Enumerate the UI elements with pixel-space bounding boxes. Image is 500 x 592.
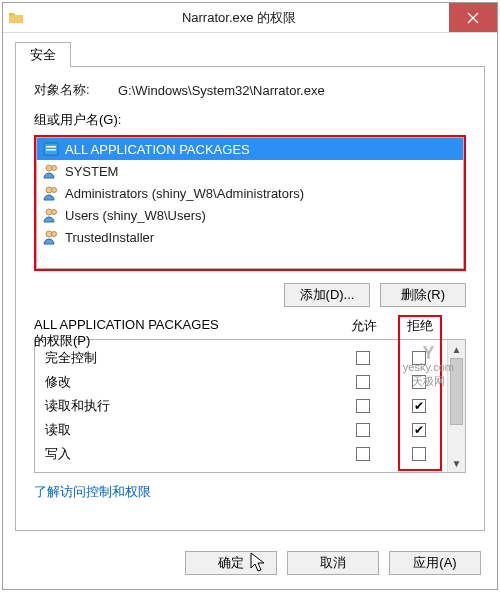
svg-rect-1 (46, 146, 56, 148)
window-title: Narrator.exe 的权限 (29, 3, 449, 32)
deny-checkbox[interactable] (412, 423, 426, 437)
user-list-item-label: ALL APPLICATION PACKAGES (65, 142, 250, 157)
object-name-row: 对象名称: G:\Windows\System32\Narrator.exe (34, 81, 466, 99)
user-list-item-label: TrustedInstaller (65, 230, 154, 245)
object-name-label: 对象名称: (34, 81, 118, 99)
scroll-thumb[interactable] (450, 358, 463, 425)
column-header-deny: 拒绝 (392, 317, 448, 335)
user-list-item-label: SYSTEM (65, 164, 118, 179)
allow-checkbox[interactable] (356, 447, 370, 461)
svg-point-8 (52, 210, 57, 215)
folder-icon (3, 3, 29, 32)
dialog-footer: 确定 取消 应用(A) (3, 541, 497, 589)
permission-row: 完全控制 (45, 346, 447, 370)
permission-label: 完全控制 (45, 349, 335, 367)
user-list-highlight: ALL APPLICATION PACKAGESSYSTEMAdministra… (34, 135, 466, 271)
cancel-button[interactable]: 取消 (287, 551, 379, 575)
permission-row: 读取和执行 (45, 394, 447, 418)
permissions-area: ALL APPLICATION PACKAGES 的权限(P) 允许 拒绝 完全… (34, 317, 466, 473)
user-list-item[interactable]: SYSTEM (37, 160, 463, 182)
column-header-allow: 允许 (336, 317, 392, 335)
user-list-item[interactable]: ALL APPLICATION PACKAGES (37, 138, 463, 160)
user-list-item[interactable]: Users (shiny_W8\Users) (37, 204, 463, 226)
permission-label: 读取和执行 (45, 397, 335, 415)
object-name-path: G:\Windows\System32\Narrator.exe (118, 83, 466, 98)
learn-more-link[interactable]: 了解访问控制和权限 (34, 483, 466, 501)
deny-checkbox[interactable] (412, 375, 426, 389)
permission-row: 写入 (45, 442, 447, 466)
scroll-down-arrow[interactable]: ▼ (448, 454, 465, 472)
add-button[interactable]: 添加(D)... (284, 283, 370, 307)
apply-button[interactable]: 应用(A) (389, 551, 481, 575)
permission-row: 读取 (45, 418, 447, 442)
allow-checkbox[interactable] (356, 423, 370, 437)
title-bar: Narrator.exe 的权限 (3, 3, 497, 33)
permission-row: 修改 (45, 370, 447, 394)
deny-checkbox[interactable] (412, 351, 426, 365)
user-group-icon (43, 207, 59, 223)
user-list-item[interactable]: Administrators (shiny_W8\Administrators) (37, 182, 463, 204)
package-icon (43, 141, 59, 157)
scroll-up-arrow[interactable]: ▲ (448, 340, 465, 358)
allow-checkbox[interactable] (356, 351, 370, 365)
svg-point-10 (52, 232, 57, 237)
group-users-label: 组或用户名(G): (34, 111, 466, 129)
allow-checkbox[interactable] (356, 399, 370, 413)
svg-point-4 (52, 166, 57, 171)
tabset: 安全 (15, 41, 485, 66)
user-group-icon (43, 229, 59, 245)
allow-checkbox[interactable] (356, 375, 370, 389)
permissions-table: 完全控制修改读取和执行读取写入 ▲ ▼ (34, 339, 466, 473)
permission-label: 修改 (45, 373, 335, 391)
permissions-dialog: Narrator.exe 的权限 安全 对象名称: G:\Windows\Sys… (2, 2, 498, 590)
permissions-scrollbar[interactable]: ▲ ▼ (447, 340, 465, 472)
deny-checkbox[interactable] (412, 399, 426, 413)
ok-button[interactable]: 确定 (185, 551, 277, 575)
permission-label: 读取 (45, 421, 335, 439)
user-list-item-label: Administrators (shiny_W8\Administrators) (65, 186, 304, 201)
scroll-track[interactable] (448, 358, 465, 454)
user-list-item-label: Users (shiny_W8\Users) (65, 208, 206, 223)
user-group-icon (43, 163, 59, 179)
user-list-buttons: 添加(D)... 删除(R) (34, 283, 466, 307)
user-group-icon (43, 185, 59, 201)
close-button[interactable] (449, 3, 497, 32)
tab-panel-security: 对象名称: G:\Windows\System32\Narrator.exe 组… (15, 66, 485, 531)
permission-label: 写入 (45, 445, 335, 463)
remove-button[interactable]: 删除(R) (380, 283, 466, 307)
svg-point-6 (52, 188, 57, 193)
tab-security[interactable]: 安全 (15, 42, 71, 67)
deny-checkbox[interactable] (412, 447, 426, 461)
user-list-item[interactable]: TrustedInstaller (37, 226, 463, 248)
dialog-body: 安全 对象名称: G:\Windows\System32\Narrator.ex… (3, 33, 497, 541)
svg-rect-2 (46, 149, 56, 151)
permissions-column-headers: 允许 拒绝 (34, 317, 466, 335)
user-list[interactable]: ALL APPLICATION PACKAGESSYSTEMAdministra… (36, 137, 464, 269)
